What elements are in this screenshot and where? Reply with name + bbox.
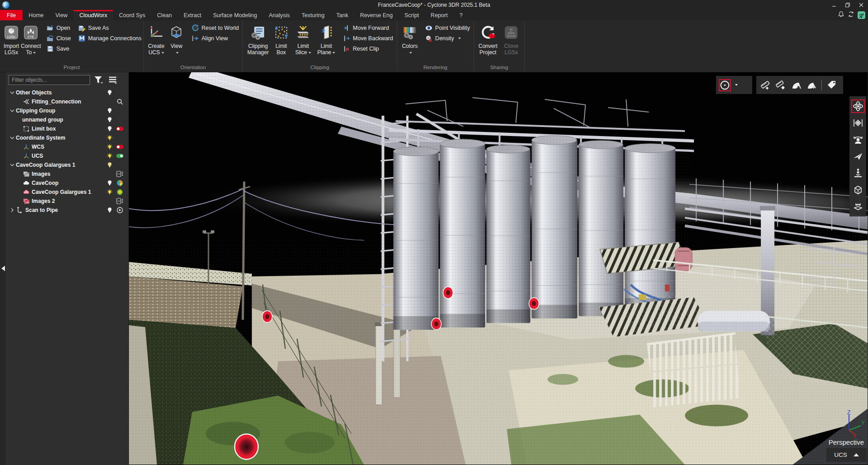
tree-item-limit-box[interactable]: Limit box: [7, 124, 128, 133]
colors-button[interactable]: Colors: [400, 23, 420, 56]
tree-item-other-objects[interactable]: Other Objects: [7, 88, 128, 97]
zoom-box-tool[interactable]: [851, 183, 865, 197]
tree-item-wcs[interactable]: WCS: [7, 142, 128, 151]
toggle-off-icon[interactable]: [114, 144, 126, 150]
close-project-button[interactable]: Close: [45, 33, 73, 43]
walk-tool[interactable]: [851, 166, 865, 180]
filter-objects-input[interactable]: [9, 75, 90, 85]
chevron-down-icon[interactable]: [9, 90, 16, 95]
tree-item-coordinate-system[interactable]: Coordinate System: [7, 133, 128, 142]
magnifier-icon[interactable]: [114, 99, 126, 105]
sidebar-collapse-strip[interactable]: [0, 72, 7, 465]
tag-icon[interactable]: [826, 80, 837, 90]
menu-tab-tank[interactable]: Tank: [330, 10, 354, 20]
clipping-manager-button[interactable]: Clipping Manager: [246, 23, 270, 56]
tree-item-clipping-group[interactable]: Clipping Group: [7, 106, 128, 115]
circle-selection-tool[interactable]: [719, 79, 731, 91]
visibility-bulb-icon[interactable]: [105, 180, 114, 186]
point-visibility-button[interactable]: Point Visibility: [423, 23, 472, 33]
toggle-on-icon[interactable]: [114, 153, 126, 159]
look-around-tool[interactable]: [851, 133, 865, 146]
add-measure-icon[interactable]: [760, 80, 771, 90]
move-forward-button[interactable]: Move Forward: [341, 23, 395, 33]
menu-tab-home[interactable]: Home: [23, 10, 49, 20]
orbit-tool[interactable]: [851, 99, 865, 113]
tree-item-scan-to-pipe[interactable]: Scan to Pipe: [7, 206, 128, 215]
menu-tab-coord-sys[interactable]: Coord Sys: [113, 10, 151, 20]
visibility-bulb-icon[interactable]: [105, 117, 114, 123]
menu-tab-reverse-eng[interactable]: Reverse Eng: [354, 10, 398, 20]
visibility-bulb-icon[interactable]: [105, 89, 114, 96]
move-backward-button[interactable]: Move Backward: [341, 33, 395, 43]
view-button[interactable]: View: [167, 23, 186, 56]
visibility-bulb-icon[interactable]: [105, 126, 114, 132]
measure-point-icon[interactable]: [775, 80, 786, 90]
angle-wave-measure-icon[interactable]: [806, 80, 817, 90]
close-button[interactable]: [854, 0, 868, 10]
menu-tab-texturing[interactable]: Texturing: [296, 10, 331, 20]
menu-tab-script[interactable]: Script: [398, 10, 425, 20]
sync-icon[interactable]: [848, 11, 854, 19]
toggle-off-icon[interactable]: [114, 126, 126, 132]
tree-item-unnamed-group[interactable]: unnamed group: [7, 115, 128, 124]
menu-tab-analysis[interactable]: Analysis: [263, 10, 296, 20]
limit-slice-button[interactable]: Limit Slice: [292, 23, 314, 56]
chevron-down-icon[interactable]: [735, 84, 738, 86]
visibility-bulb-icon[interactable]: [105, 207, 114, 213]
reset-clip-button[interactable]: Reset Clip: [341, 43, 395, 54]
create-ucs-button[interactable]: Create UCS: [147, 23, 166, 56]
geotag-marker[interactable]: [529, 298, 539, 310]
restore-button[interactable]: [841, 0, 854, 10]
geotag-marker[interactable]: [235, 434, 258, 459]
geotag-marker[interactable]: [443, 287, 453, 299]
tree-item-cavecoop[interactable]: CaveCoop: [7, 178, 128, 188]
3d-viewport[interactable]: Z Y X Perspective UCS: [129, 72, 868, 465]
open-button[interactable]: Open: [45, 23, 73, 33]
chevron-down-icon[interactable]: [9, 136, 16, 140]
tree-item-cavecoop-galargues-1[interactable]: CaveCoop Galargues 1: [7, 160, 128, 169]
panel-icon[interactable]: [114, 198, 126, 204]
menu-tab-view[interactable]: View: [50, 10, 74, 20]
menu-tab-extract[interactable]: Extract: [178, 10, 207, 20]
tree-item-cavecoop-galargues-1[interactable]: CaveCoop Galargues 1: [7, 188, 128, 197]
import-lgsx-button[interactable]: LGSx Import LGSx: [3, 23, 20, 56]
play-icon[interactable]: [114, 207, 126, 213]
coordinate-system-button[interactable]: UCS: [826, 448, 867, 462]
convert-project-button[interactable]: Convert Project: [477, 23, 499, 56]
notifications-bell-icon[interactable]: [838, 11, 844, 19]
limit-plane-button[interactable]: z Limit Plane: [315, 23, 337, 56]
geotag-marker[interactable]: [432, 318, 441, 330]
menu-tab-file[interactable]: File: [0, 10, 23, 20]
angle-measure-icon[interactable]: [791, 80, 802, 90]
limit-box-button[interactable]: Limit Box: [271, 23, 291, 56]
menu-tab-surface-modeling[interactable]: Surface Modeling: [207, 10, 263, 20]
align-view-button[interactable]: Align View: [190, 33, 241, 43]
fly-tool[interactable]: [851, 150, 865, 163]
menu-tab--[interactable]: ?: [454, 10, 469, 20]
minimize-button[interactable]: [827, 0, 841, 10]
chevron-down-icon[interactable]: [9, 163, 16, 167]
save-as-button[interactable]: Save As: [76, 23, 143, 33]
save-button[interactable]: Save: [45, 43, 73, 54]
tree-item-fitting-connection[interactable]: Fitting_Connection: [7, 97, 128, 106]
manage-connections-button[interactable]: Manage Connections: [76, 33, 143, 43]
visibility-bulb-icon[interactable]: [105, 153, 114, 159]
menu-tab-clean[interactable]: Clean: [151, 10, 178, 20]
menu-tab-cloudworx[interactable]: CloudWorx: [73, 10, 113, 20]
visibility-bulb-icon[interactable]: [105, 144, 114, 150]
chevron-down-icon[interactable]: [9, 108, 16, 113]
visibility-bulb-icon[interactable]: [105, 189, 114, 195]
filter-funnel-button[interactable]: [93, 75, 104, 85]
pie-icon[interactable]: [114, 180, 126, 186]
tree-item-images[interactable]: Images: [7, 169, 128, 178]
connection-status-icon[interactable]: [858, 11, 865, 19]
donut-icon[interactable]: [114, 189, 126, 195]
chevron-right-icon[interactable]: [9, 208, 16, 212]
reset-to-world-button[interactable]: Reset to World: [190, 23, 241, 33]
turntable-tool[interactable]: [851, 199, 865, 213]
geotag-marker[interactable]: [262, 311, 272, 323]
tree-item-ucs[interactable]: UCS: [7, 151, 128, 160]
menu-tab-report[interactable]: Report: [425, 10, 454, 20]
tree-item-images-2[interactable]: Images 2: [7, 197, 128, 206]
connect-to-button[interactable]: CYE Connect To: [21, 23, 41, 56]
